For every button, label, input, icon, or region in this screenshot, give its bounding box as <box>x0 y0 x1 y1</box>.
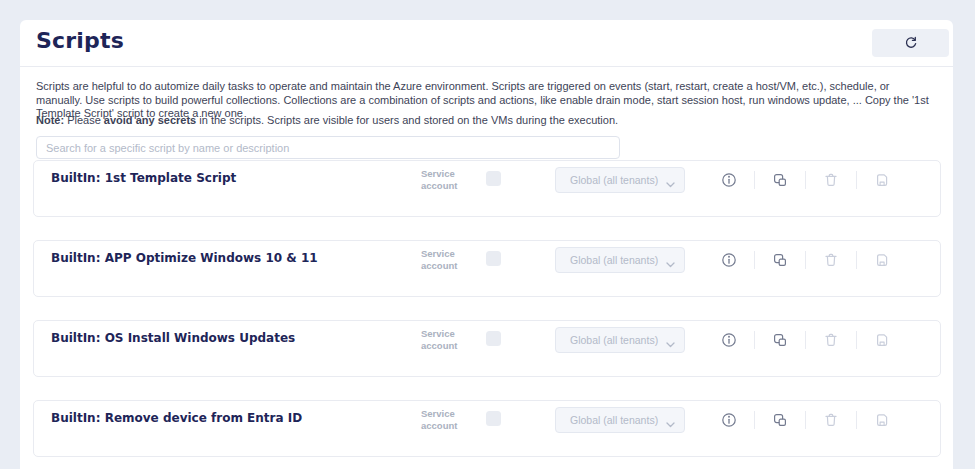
divider <box>856 251 857 269</box>
divider <box>856 331 857 349</box>
info-button[interactable] <box>714 411 744 429</box>
trash-icon <box>823 252 839 268</box>
script-name: BuiltIn: APP Optimize Windows 10 & 11 <box>51 251 318 265</box>
chevron-down-icon <box>666 418 675 430</box>
service-account-label: Service account <box>421 328 467 351</box>
delete-button[interactable] <box>816 171 846 189</box>
service-account-label: Service account <box>421 408 467 431</box>
note-bold-warning: avoid any secrets <box>104 114 196 126</box>
service-account-checkbox[interactable] <box>486 411 501 426</box>
service-account-checkbox[interactable] <box>486 251 501 266</box>
divider <box>856 411 857 429</box>
divider <box>754 331 755 349</box>
scope-dropdown[interactable]: Global (all tenants) <box>555 407 685 433</box>
divider <box>754 411 755 429</box>
search-input[interactable] <box>36 136 620 159</box>
scope-dropdown-value: Global (all tenants) <box>570 254 658 266</box>
divider <box>754 171 755 189</box>
duplicate-icon <box>772 252 788 268</box>
script-name: BuiltIn: Remove device from Entra ID <box>51 411 302 425</box>
script-list: BuiltIn: 1st Template Script Service acc… <box>33 160 941 469</box>
script-row[interactable]: BuiltIn: APP Optimize Windows 10 & 11 Se… <box>33 240 941 297</box>
service-account-label: Service account <box>421 168 467 191</box>
duplicate-icon <box>772 332 788 348</box>
script-name: BuiltIn: OS Install Windows Updates <box>51 331 295 345</box>
divider <box>805 411 806 429</box>
scope-dropdown[interactable]: Global (all tenants) <box>555 247 685 273</box>
duplicate-button[interactable] <box>765 411 795 429</box>
scope-dropdown-value: Global (all tenants) <box>570 334 658 346</box>
delete-button[interactable] <box>816 411 846 429</box>
script-row[interactable]: BuiltIn: 1st Template Script Service acc… <box>33 160 941 217</box>
save-file-icon <box>874 412 890 428</box>
divider <box>805 331 806 349</box>
info-button[interactable] <box>714 331 744 349</box>
refresh-button[interactable] <box>872 29 949 57</box>
duplicate-button[interactable] <box>765 251 795 269</box>
scope-dropdown-value: Global (all tenants) <box>570 174 658 186</box>
scope-dropdown-value: Global (all tenants) <box>570 414 658 426</box>
info-icon <box>721 412 737 428</box>
save-button[interactable] <box>867 411 897 429</box>
trash-icon <box>823 412 839 428</box>
save-button[interactable] <box>867 251 897 269</box>
scope-dropdown[interactable]: Global (all tenants) <box>555 327 685 353</box>
trash-icon <box>823 332 839 348</box>
info-icon <box>721 252 737 268</box>
row-actions <box>714 251 897 269</box>
info-icon <box>721 172 737 188</box>
divider <box>805 251 806 269</box>
row-actions <box>714 411 897 429</box>
duplicate-button[interactable] <box>765 331 795 349</box>
refresh-icon <box>904 36 918 50</box>
page-title: Scripts <box>36 28 124 53</box>
divider <box>856 171 857 189</box>
service-account-label: Service account <box>421 248 467 271</box>
duplicate-button[interactable] <box>765 171 795 189</box>
save-file-icon <box>874 252 890 268</box>
chevron-down-icon <box>666 258 675 270</box>
info-button[interactable] <box>714 171 744 189</box>
service-account-checkbox[interactable] <box>486 171 501 186</box>
info-button[interactable] <box>714 251 744 269</box>
note-text: Note: Please avoid any secrets in the sc… <box>36 114 937 126</box>
divider <box>805 171 806 189</box>
scope-dropdown[interactable]: Global (all tenants) <box>555 167 685 193</box>
save-file-icon <box>874 332 890 348</box>
script-row[interactable]: BuiltIn: Remove device from Entra ID Ser… <box>33 400 941 457</box>
page-header: Scripts <box>20 20 953 67</box>
row-actions <box>714 171 897 189</box>
save-file-icon <box>874 172 890 188</box>
duplicate-icon <box>772 172 788 188</box>
service-account-checkbox[interactable] <box>486 331 501 346</box>
scripts-panel: Scripts Scripts are helpful to do automi… <box>20 20 953 469</box>
chevron-down-icon <box>666 338 675 350</box>
script-row[interactable]: BuiltIn: OS Install Windows Updates Serv… <box>33 320 941 377</box>
chevron-down-icon <box>666 178 675 190</box>
save-button[interactable] <box>867 171 897 189</box>
duplicate-icon <box>772 412 788 428</box>
delete-button[interactable] <box>816 331 846 349</box>
trash-icon <box>823 172 839 188</box>
row-actions <box>714 331 897 349</box>
script-name: BuiltIn: 1st Template Script <box>51 171 236 185</box>
note-label: Note: <box>36 114 64 126</box>
divider <box>754 251 755 269</box>
save-button[interactable] <box>867 331 897 349</box>
delete-button[interactable] <box>816 251 846 269</box>
info-icon <box>721 332 737 348</box>
